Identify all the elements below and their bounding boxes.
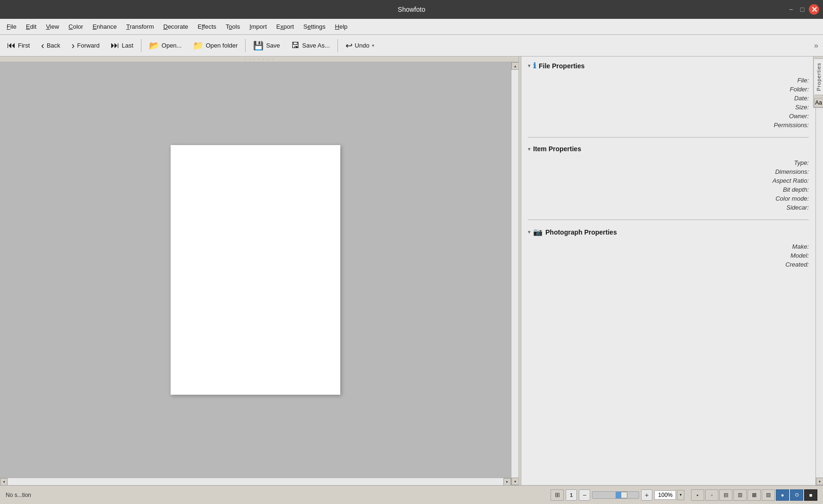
photograph-properties-table: Make: Model: Created: — [521, 240, 815, 274]
zoom-fit-button[interactable]: ⊞ — [551, 489, 564, 501]
scroll-track-h[interactable] — [8, 478, 503, 485]
minimize-button[interactable]: − — [786, 5, 796, 14]
toolbar: ⏮ First ‹ Back › Forward ⏭ Last 📂 Open..… — [0, 35, 823, 57]
open-icon: 📂 — [149, 41, 159, 51]
menu-edit[interactable]: Edit — [21, 21, 41, 32]
view-btn-5[interactable]: ▦ — [748, 489, 761, 501]
undo-button[interactable]: ↩ Undo ▾ — [340, 38, 379, 53]
canvas-inner: ◂ ▸ — [0, 62, 511, 485]
menu-effects[interactable]: Effects — [193, 21, 221, 32]
file-properties-collapse[interactable]: ▾ — [528, 63, 530, 68]
canvas-image — [171, 145, 340, 395]
photograph-properties-icon: 📷 — [533, 228, 543, 236]
scroll-left-arrow[interactable]: ◂ — [0, 478, 8, 486]
prop-dimensions: Dimensions: — [528, 167, 809, 176]
zoom-in-button[interactable]: + — [641, 489, 652, 501]
view-btn-2[interactable]: ▫ — [705, 489, 718, 501]
save-as-button[interactable]: 🖫 Save As... — [286, 38, 335, 53]
file-properties-table: File: Folder: Date: Size: Owner: — [521, 74, 815, 134]
menu-import[interactable]: Import — [245, 21, 272, 32]
photograph-properties-title: Photograph Properties — [545, 228, 617, 236]
zoom-slider[interactable] — [592, 491, 639, 499]
zoom-controls: ⊞ 1 − + 100% ▾ ▪ ▫ ▤ ▥ ▦ ▧ ● ⊙ ■ — [551, 489, 817, 501]
file-properties-section: ▾ ℹ File Properties File: Folder: Date: — [521, 57, 815, 138]
menu-file[interactable]: File — [2, 21, 21, 32]
toolbar-more[interactable]: » — [811, 40, 821, 52]
properties-side-tab[interactable]: Properties — [814, 58, 823, 95]
photograph-properties-header: ▾ 📷 Photograph Properties — [521, 223, 815, 240]
menu-color[interactable]: Color — [64, 21, 88, 32]
photograph-properties-collapse[interactable]: ▾ — [528, 229, 530, 235]
last-button[interactable]: ⏭ Last — [106, 38, 139, 53]
prop-date: Date: — [528, 94, 809, 103]
props-scroll-track[interactable] — [816, 64, 823, 478]
prop-bit-depth: Bit depth: — [528, 185, 809, 194]
properties-scrollbar[interactable]: ▴ ▾ — [815, 57, 823, 485]
view-btn-4[interactable]: ▥ — [733, 489, 747, 501]
first-label: First — [18, 42, 30, 49]
back-button[interactable]: ‹ Back — [36, 38, 66, 53]
prop-model: Model: — [528, 251, 809, 260]
save-button[interactable]: 💾 Save — [248, 38, 285, 53]
item-properties-title: Item Properties — [533, 145, 581, 153]
view-btn-6[interactable]: ▧ — [762, 489, 775, 501]
horizontal-scrollbar[interactable]: ◂ ▸ — [0, 478, 511, 485]
prop-folder-label: Folder: — [790, 86, 809, 93]
scroll-right-arrow[interactable]: ▸ — [503, 478, 511, 486]
file-properties-header: ▾ ℹ File Properties — [521, 57, 815, 74]
forward-button[interactable]: › Forward — [66, 38, 105, 53]
drag-handle[interactable]: · · · · · · · — [0, 57, 518, 62]
prop-bit-depth-label: Bit depth: — [783, 186, 809, 193]
menu-settings[interactable]: Settings — [299, 21, 330, 32]
canvas-viewport[interactable] — [0, 62, 511, 478]
prop-make-label: Make: — [792, 243, 809, 250]
menu-enhance[interactable]: Enhance — [88, 21, 121, 32]
zoom-thumb[interactable] — [621, 492, 627, 498]
zoom-value[interactable]: 100% — [654, 490, 676, 500]
menu-view[interactable]: View — [41, 21, 64, 32]
prop-color-mode: Color mode: — [528, 194, 809, 203]
save-icon: 💾 — [253, 41, 263, 51]
menu-decorate[interactable]: Decorate — [159, 21, 193, 32]
drag-dots: · · · · · · · — [245, 57, 274, 62]
maximize-button[interactable]: □ — [798, 5, 807, 14]
prop-created: Created: — [528, 260, 809, 269]
zoom-dropdown-button[interactable]: ▾ — [677, 490, 684, 500]
scroll-down-arrow[interactable]: ▾ — [511, 478, 519, 485]
menu-export[interactable]: Export — [272, 21, 299, 32]
close-button[interactable]: ✕ — [809, 4, 819, 15]
open-folder-button[interactable]: 📁 Open folder — [188, 38, 243, 53]
zoom-1-1-button[interactable]: 1 — [566, 489, 577, 501]
menu-tools[interactable]: Tools — [221, 21, 245, 32]
view-btn-info1[interactable]: ● — [776, 489, 789, 501]
scroll-track-v[interactable] — [511, 70, 518, 478]
forward-label: Forward — [77, 42, 100, 49]
menu-help[interactable]: Help — [330, 21, 353, 32]
view-btn-1[interactable]: ▪ — [691, 489, 704, 501]
view-btn-dark[interactable]: ■ — [804, 489, 817, 501]
menu-transform[interactable]: Transform — [122, 21, 159, 32]
properties-content: ▾ ℹ File Properties File: Folder: Date: — [521, 57, 815, 485]
vertical-scrollbar[interactable]: ▴ ▾ — [511, 62, 518, 485]
toolbar-separator-2 — [245, 39, 246, 52]
view-btn-3[interactable]: ▤ — [719, 489, 732, 501]
view-btn-info2[interactable]: ⊙ — [790, 489, 803, 501]
menubar: File Edit View Color Enhance Transform D… — [0, 19, 823, 35]
toolbar-separator-1 — [141, 39, 141, 52]
item-properties-collapse[interactable]: ▾ — [528, 146, 530, 152]
side-tab-icon[interactable]: Aa — [814, 98, 823, 107]
open-button[interactable]: 📂 Open... — [144, 38, 187, 53]
scroll-up-arrow[interactable]: ▴ — [511, 62, 519, 70]
file-properties-icon: ℹ — [533, 61, 536, 70]
save-label: Save — [266, 42, 280, 49]
status-text: No s...tion — [6, 492, 31, 498]
zoom-out-button[interactable]: − — [579, 489, 590, 501]
save-as-label: Save As... — [302, 42, 330, 49]
prop-dimensions-label: Dimensions: — [775, 168, 809, 175]
app-title: Showfoto — [398, 6, 425, 13]
first-button[interactable]: ⏮ First — [2, 38, 35, 53]
side-tabs: Properties Aa — [813, 57, 823, 108]
prop-owner: Owner: — [528, 112, 809, 121]
props-scroll-down[interactable]: ▾ — [816, 478, 823, 485]
undo-dropdown-arrow[interactable]: ▾ — [372, 43, 374, 48]
